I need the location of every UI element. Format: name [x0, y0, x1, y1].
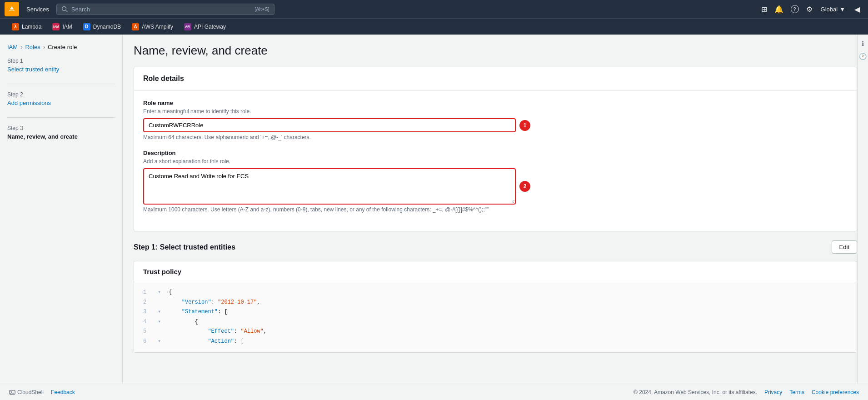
- trusted-entities-section: Step 1: Select trusted entities Edit Tru…: [134, 240, 857, 353]
- sidebar-step-3: Step 3 Name, review, and create: [7, 125, 115, 140]
- aws-logo[interactable]: [5, 2, 19, 16]
- clock-icon[interactable]: 🕐: [859, 53, 867, 60]
- line-num-3: 3: [143, 307, 152, 317]
- fav-item-iam[interactable]: IAM IAM: [48, 21, 76, 32]
- breadcrumb: IAM › Roles › Create role: [7, 44, 115, 50]
- fav-label-iam: IAM: [62, 24, 72, 30]
- region-selector[interactable]: Global ▼: [817, 4, 849, 15]
- footer-copyright: © 2024, Amazon Web Services, Inc. or its…: [634, 389, 757, 395]
- gear-icon: ⚙: [806, 5, 813, 14]
- footer-left: CloudShell Feedback: [9, 389, 75, 395]
- step2-link[interactable]: Add permissions: [7, 100, 115, 106]
- fav-item-dynamodb[interactable]: D DynamoDB: [79, 21, 125, 32]
- role-name-input-row: 1: [143, 118, 848, 132]
- services-button[interactable]: Services: [23, 4, 53, 15]
- fav-item-apigateway[interactable]: API API Gateway: [180, 21, 230, 32]
- description-label: Description: [143, 150, 848, 156]
- svg-line-1: [65, 10, 67, 12]
- role-name-input[interactable]: [143, 118, 516, 132]
- footer: CloudShell Feedback © 2024, Amazon Web S…: [0, 384, 868, 400]
- notifications-button[interactable]: 🔔: [772, 2, 786, 16]
- description-input-row: 2: [143, 168, 848, 205]
- lambda-icon: λ: [12, 23, 19, 30]
- line-toggle-1[interactable]: ▾: [158, 288, 163, 298]
- footer-right: © 2024, Amazon Web Services, Inc. or its…: [634, 389, 859, 395]
- description-group: Description Add a short explanation for …: [143, 150, 848, 213]
- role-name-constraint: Maximum 64 characters. Use alphanumeric …: [143, 134, 848, 140]
- code-line-4: 4 ▾ {: [143, 317, 848, 327]
- fav-label-lambda: Lambda: [22, 24, 41, 30]
- privacy-link[interactable]: Privacy: [764, 389, 782, 395]
- info-icon[interactable]: ℹ: [862, 40, 864, 47]
- line-toggle-2: [158, 298, 163, 308]
- trust-policy-code: 1 ▾ { 2 "Version": "2012-10-17", 3 ▾: [134, 282, 857, 352]
- search-bar: [Alt+S]: [56, 4, 274, 15]
- step3-label: Step 3: [7, 125, 115, 131]
- cloudshell-button[interactable]: CloudShell: [9, 389, 44, 395]
- sidebar: IAM › Roles › Create role Step 1 Select …: [0, 35, 123, 384]
- dynamodb-icon: D: [83, 23, 90, 30]
- divider-1: [7, 84, 115, 84]
- cloudshell-label: CloudShell: [17, 389, 44, 395]
- svg-rect-2: [10, 390, 15, 394]
- cloudshell-icon: [9, 389, 15, 395]
- code-line-1: 1 ▾ {: [143, 288, 848, 298]
- search-shortcut: [Alt+S]: [254, 6, 269, 12]
- code-content-2: "Version": "2012-10-17",: [169, 298, 260, 308]
- search-icon: [61, 6, 68, 12]
- trust-policy-title: Trust policy: [134, 261, 857, 282]
- breadcrumb-roles-link[interactable]: Roles: [25, 44, 40, 50]
- breadcrumb-current: Create role: [48, 44, 77, 50]
- step-badge-2: 2: [519, 181, 530, 192]
- divider-2: [7, 117, 115, 118]
- code-line-2: 2 "Version": "2012-10-17",: [143, 298, 848, 308]
- services-label: Services: [26, 6, 49, 13]
- step3-current: Name, review, and create: [7, 133, 115, 140]
- app-grid-icon: ⊞: [761, 5, 767, 14]
- code-content-4: {: [169, 317, 198, 327]
- line-toggle-4[interactable]: ▾: [158, 317, 163, 327]
- step1-link[interactable]: Select trusted entity: [7, 66, 115, 73]
- line-num-4: 4: [143, 317, 152, 327]
- description-textarea[interactable]: [143, 168, 516, 205]
- line-num-6: 6: [143, 337, 152, 347]
- role-details-body: Role name Enter a meaningful name to ide…: [134, 90, 857, 231]
- feedback-link[interactable]: Feedback: [51, 389, 75, 395]
- app-grid-button[interactable]: ⊞: [758, 2, 770, 16]
- sidebar-step-1: Step 1 Select trusted entity: [7, 58, 115, 73]
- apigateway-icon: API: [184, 23, 191, 30]
- line-toggle-6[interactable]: ▾: [158, 337, 163, 347]
- page-title: Name, review, and create: [134, 44, 857, 58]
- step1-label: Step 1: [7, 58, 115, 64]
- chevron-down-icon: ▼: [839, 6, 845, 13]
- line-num-1: 1: [143, 288, 152, 298]
- line-toggle-5: [158, 327, 163, 337]
- trusted-entities-heading: Step 1: Select trusted entities: [134, 243, 235, 251]
- edit-trusted-entities-button[interactable]: Edit: [832, 240, 857, 254]
- step2-label: Step 2: [7, 91, 115, 98]
- cookie-preferences-link[interactable]: Cookie preferences: [812, 389, 859, 395]
- region-label: Global: [821, 6, 838, 13]
- right-panel: ℹ 🕐: [857, 35, 868, 384]
- fav-item-lambda[interactable]: λ Lambda: [7, 21, 46, 32]
- collapse-icon: ◀: [854, 5, 860, 13]
- step-badge-1: 1: [519, 120, 530, 131]
- help-button[interactable]: ?: [788, 2, 802, 16]
- line-toggle-3[interactable]: ▾: [158, 307, 163, 317]
- iam-icon: IAM: [52, 23, 60, 30]
- favorites-bar: λ Lambda IAM IAM D DynamoDB A AWS Amplif…: [0, 18, 868, 35]
- trust-policy-card: Trust policy 1 ▾ { 2 "Version": "2012-10…: [134, 261, 857, 353]
- terms-link[interactable]: Terms: [789, 389, 804, 395]
- description-hint: Add a short explanation for this role.: [143, 158, 848, 165]
- collapse-button[interactable]: ◀: [851, 3, 863, 15]
- line-num-2: 2: [143, 298, 152, 308]
- code-line-5: 5 "Effect": "Allow",: [143, 327, 848, 337]
- search-input[interactable]: [71, 6, 251, 13]
- role-name-label: Role name: [143, 100, 848, 106]
- breadcrumb-iam-link[interactable]: IAM: [7, 44, 18, 50]
- code-content-5: "Effect": "Allow",: [169, 327, 267, 337]
- role-name-hint: Enter a meaningful name to identify this…: [143, 108, 848, 115]
- settings-button[interactable]: ⚙: [803, 2, 815, 16]
- fav-item-amplify[interactable]: A AWS Amplify: [127, 21, 178, 32]
- bell-icon: 🔔: [774, 5, 783, 14]
